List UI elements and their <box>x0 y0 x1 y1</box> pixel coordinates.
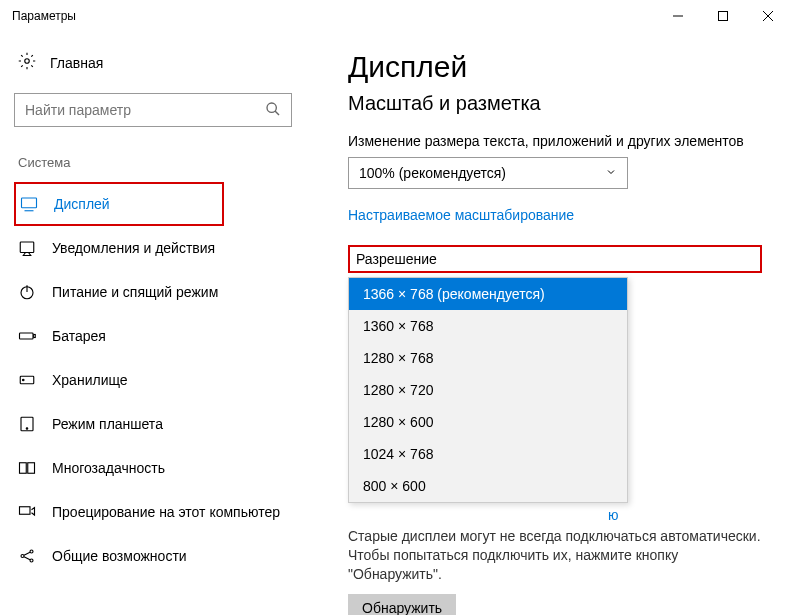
sidebar-item-power[interactable]: Питание и спящий режим <box>14 270 224 314</box>
sidebar: Главная Система Дисплей Уведомления и де… <box>0 32 320 615</box>
page-title: Дисплей <box>348 50 762 84</box>
svg-rect-7 <box>22 198 37 208</box>
sidebar-item-label: Батарея <box>52 328 106 344</box>
window-title: Параметры <box>12 9 655 23</box>
sidebar-item-shared[interactable]: Общие возможности <box>14 534 224 578</box>
home-button[interactable]: Главная <box>14 52 320 73</box>
custom-scale-link[interactable]: Настраиваемое масштабирование <box>348 207 762 223</box>
search-icon <box>265 101 281 120</box>
svg-point-23 <box>30 559 33 562</box>
battery-icon <box>18 327 36 345</box>
resolution-option[interactable]: 1360 × 768 <box>349 310 627 342</box>
main-panel: Дисплей Масштаб и разметка Изменение раз… <box>320 32 790 615</box>
monitor-icon <box>20 195 38 213</box>
home-label: Главная <box>50 55 103 71</box>
storage-icon <box>18 371 36 389</box>
sidebar-item-label: Дисплей <box>54 196 110 212</box>
svg-point-5 <box>267 103 276 112</box>
section-heading: Масштаб и разметка <box>348 92 762 115</box>
projecting-icon <box>18 503 36 521</box>
gear-icon <box>18 52 36 73</box>
resolution-dropdown-list[interactable]: 1366 × 768 (рекомендуется) 1360 × 768 12… <box>348 277 628 503</box>
svg-point-21 <box>21 555 24 558</box>
svg-point-15 <box>23 379 25 381</box>
close-button[interactable] <box>745 0 790 32</box>
resolution-option[interactable]: 1280 × 720 <box>349 374 627 406</box>
resolution-option[interactable]: 1280 × 600 <box>349 406 627 438</box>
tablet-icon <box>18 415 36 433</box>
sidebar-item-label: Проецирование на этот компьютер <box>52 504 280 520</box>
chevron-down-icon <box>605 165 617 181</box>
svg-rect-20 <box>20 507 31 515</box>
svg-rect-19 <box>28 463 35 474</box>
maximize-button[interactable] <box>700 0 745 32</box>
sidebar-item-storage[interactable]: Хранилище <box>14 358 224 402</box>
sidebar-item-label: Режим планшета <box>52 416 163 432</box>
scale-dropdown[interactable]: 100% (рекомендуется) <box>348 157 628 189</box>
sidebar-item-battery[interactable]: Батарея <box>14 314 224 358</box>
notifications-icon <box>18 239 36 257</box>
sidebar-item-label: Многозадачность <box>52 460 165 476</box>
resolution-label-highlight: Разрешение <box>348 245 762 273</box>
shared-icon <box>18 547 36 565</box>
titlebar: Параметры <box>0 0 790 32</box>
sidebar-item-label: Питание и спящий режим <box>52 284 218 300</box>
sidebar-item-projecting[interactable]: Проецирование на этот компьютер <box>14 490 294 534</box>
detect-button[interactable]: Обнаружить <box>348 594 456 615</box>
sidebar-item-label: Общие возможности <box>52 548 187 564</box>
hidden-link-tail[interactable]: ю <box>608 507 762 523</box>
svg-rect-12 <box>20 333 34 339</box>
svg-line-25 <box>24 557 30 560</box>
sidebar-item-tablet[interactable]: Режим планшета <box>14 402 224 446</box>
detect-paragraph: Старые дисплеи могут не всегда подключат… <box>348 527 762 584</box>
search-input[interactable] <box>25 102 265 118</box>
section-title: Система <box>14 155 320 170</box>
resolution-option[interactable]: 1366 × 768 (рекомендуется) <box>349 278 627 310</box>
svg-point-17 <box>26 428 28 430</box>
svg-line-6 <box>275 111 279 115</box>
sidebar-item-label: Уведомления и действия <box>52 240 215 256</box>
minimize-button[interactable] <box>655 0 700 32</box>
svg-rect-1 <box>718 12 727 21</box>
resolution-option[interactable]: 1024 × 768 <box>349 438 627 470</box>
svg-point-22 <box>30 550 33 553</box>
search-box[interactable] <box>14 93 292 127</box>
resolution-option[interactable]: 800 × 600 <box>349 470 627 502</box>
svg-line-24 <box>24 552 30 555</box>
resolution-field-label: Разрешение <box>350 247 636 271</box>
resolution-option[interactable]: 1280 × 768 <box>349 342 627 374</box>
svg-rect-18 <box>20 463 27 474</box>
sidebar-item-multitasking[interactable]: Многозадачность <box>14 446 224 490</box>
scale-value: 100% (рекомендуется) <box>359 165 605 181</box>
multitasking-icon <box>18 459 36 477</box>
sidebar-item-label: Хранилище <box>52 372 128 388</box>
svg-rect-9 <box>20 242 34 253</box>
svg-point-4 <box>25 59 30 64</box>
sidebar-item-display[interactable]: Дисплей <box>14 182 224 226</box>
sidebar-item-notifications[interactable]: Уведомления и действия <box>14 226 224 270</box>
power-icon <box>18 283 36 301</box>
svg-rect-13 <box>34 335 36 338</box>
scale-field-label: Изменение размера текста, приложений и д… <box>348 133 762 149</box>
